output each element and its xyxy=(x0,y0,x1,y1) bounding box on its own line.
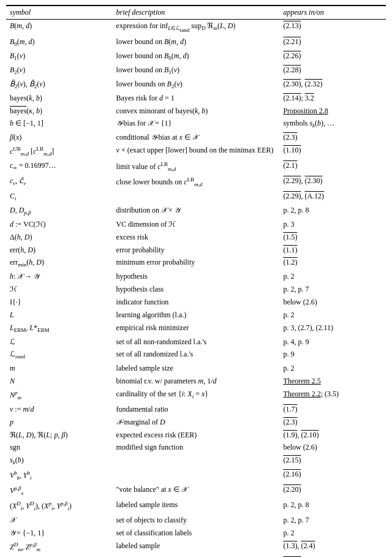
table-row: Ci(2.29), (A.12) xyxy=(6,190,386,204)
table-row: ν := m/dfundamental ratio(1.7) xyxy=(6,403,386,416)
symbol-cell: h: 𝒳 → 𝒴 xyxy=(6,270,113,283)
description-cell: fundamental ratio xyxy=(113,403,280,416)
table-row: (XDi, YDi), (Xpi, Yp,βi)labeled sample i… xyxy=(6,499,386,514)
description-cell: indicator function xyxy=(113,296,280,309)
description-cell: set of all randomized l.a.'s xyxy=(113,348,280,362)
description-cell: convex minorant of bayes(k, b) xyxy=(113,105,280,118)
header-symbol: symbol xyxy=(6,6,113,20)
table-row: B̃2(ν), B̂2(ν)lower bounds on B2(ν)(2.30… xyxy=(6,78,386,92)
appears-cell: (2.27) xyxy=(279,555,386,558)
description-cell: labeled sample size xyxy=(113,362,280,375)
description-cell: set of classification labels xyxy=(113,527,280,540)
symbol-cell: p xyxy=(6,416,113,429)
appears-cell: (2.1) xyxy=(279,159,386,175)
description-cell: 𝒴-bias for 𝒳 = {1} xyxy=(113,117,280,131)
description-cell: lower bound on B0(m, d) xyxy=(113,50,280,64)
appears-cell: (1.3), (2.4) xyxy=(279,540,386,555)
symbol-cell: B0(m, d) xyxy=(6,36,113,50)
symbol-cell: Vp,βx xyxy=(6,483,113,499)
symbol-cell: d := VC(ℋ) xyxy=(6,218,113,231)
symbol-cell: Ci xyxy=(6,190,113,204)
table-row: c∞ = 0.16997…limit value of cLBm,d(2.1) xyxy=(6,159,386,175)
description-cell: excess risk xyxy=(113,231,280,244)
description-cell: hypothesis xyxy=(113,270,280,283)
appears-cell: (2.20) xyxy=(279,483,386,499)
table-row: errmin(h, D)minimum error probability(1.… xyxy=(6,256,386,270)
header-appears: appears in/on xyxy=(279,6,386,20)
table-header-row: symbol brief description appears in/on xyxy=(6,6,386,20)
symbol-cell: β(x) xyxy=(6,131,113,144)
table-row: ZDm, Zp,βmlabeled sample(1.3), (2.4) xyxy=(6,540,386,555)
description-cell: cardinality of the set {i: Xi = x} xyxy=(113,388,280,403)
appears-cell: p. 2 xyxy=(279,362,386,375)
appears-cell: p. 2, p. 8 xyxy=(279,204,386,218)
symbol-cell: bayes(κ, b) xyxy=(6,105,113,118)
symbol-cell: b ∈ [−1, 1] xyxy=(6,117,113,131)
description-cell: Bayes risk for d = 1 xyxy=(113,92,280,105)
symbol-cell: L xyxy=(6,309,113,322)
symbol-cell: D, Dp,β xyxy=(6,204,113,218)
symbol-cell: cUBm,d [cLBm,d] xyxy=(6,144,113,159)
table-row: d := VC(ℋ)VC dimension of ℋp. 3 xyxy=(6,218,386,231)
table-row: mlabeled sample sizep. 2 xyxy=(6,362,386,375)
table-row: B1(ν)lower bound on B0(m, d)(2.26) xyxy=(6,50,386,64)
table-row: D, Dp,βdistribution on 𝒳 × 𝒴p. 2, p. 8 xyxy=(6,204,386,218)
symbol-cell: ZDm, Zp,βm xyxy=(6,540,113,555)
description-cell xyxy=(113,190,280,204)
table-row: β(x)conditional 𝒴-bias at x ∈ 𝒳(2.3) xyxy=(6,131,386,144)
description-cell: set of all non-randomized l.a.'s xyxy=(113,336,280,349)
symbol-cell: Npm xyxy=(6,388,113,403)
symbol-cell: ν := m/d xyxy=(6,403,113,416)
table-row: z* = 0.75179…maximizer of z/2 (1 − erf(z… xyxy=(6,555,386,558)
symbol-cell: ℒrand xyxy=(6,348,113,362)
table-row: Vp,βx"vote balance" at x ∈ 𝒳(2.20) xyxy=(6,483,386,499)
header-description: brief description xyxy=(113,6,280,20)
description-cell: ν × (exact upper [lower] bound on the mi… xyxy=(113,144,280,159)
appears-cell: (2.15) xyxy=(279,454,386,468)
appears-cell: (2.3) xyxy=(279,416,386,429)
appears-cell: (2.21) xyxy=(279,36,386,50)
description-cell: error probability xyxy=(113,244,280,257)
description-cell: learning algorithm (l.a.) xyxy=(113,309,280,322)
appears-cell: p. 4, p. 9 xyxy=(279,336,386,349)
table-row: sgnmodified sign functionbelow (2.6) xyxy=(6,441,386,454)
appears-cell: (2.3) xyxy=(279,131,386,144)
appears-cell: (2.30), (2.32) xyxy=(279,78,386,92)
table-row: bayes(κ, b)convex minorant of bayes(k, b… xyxy=(6,105,386,118)
symbol-cell: errmin(h, D) xyxy=(6,256,113,270)
description-cell: lower bound on B1(ν) xyxy=(113,64,280,78)
symbol-cell: z* = 0.75179… xyxy=(6,555,113,558)
description-cell: binomial r.v. w/ parameters m, 1/d xyxy=(113,375,280,388)
table-row: Llearning algorithm (l.a.)p. 2 xyxy=(6,309,386,322)
appears-cell: (2.26) xyxy=(279,50,386,64)
table-row: LERM, L*ERMempirical risk minimizerp. 3,… xyxy=(6,322,386,336)
table-row: Δ(h, D)excess risk(1.5) xyxy=(6,231,386,244)
symbol-cell: (XDi, YDi), (Xpi, Yp,βi) xyxy=(6,499,113,514)
description-cell: minimum error probability xyxy=(113,256,280,270)
table-row: b ∈ [−1, 1]𝒴-bias for 𝒳 = {1}symbols sk(… xyxy=(6,117,386,131)
appears-cell: below (2.6) xyxy=(279,441,386,454)
symbol-cell: B(m, d) xyxy=(6,20,113,36)
description-cell xyxy=(113,468,280,483)
appears-cell: Theorem 2.2; (3.5) xyxy=(279,388,386,403)
symbol-cell: 𝒳 xyxy=(6,514,113,527)
appears-cell: p. 3, (2.7), (2.11) xyxy=(279,322,386,336)
table-row: I{·}indicator functionbelow (2.6) xyxy=(6,296,386,309)
table-row: B2(ν)lower bound on B1(ν)(2.28) xyxy=(6,64,386,78)
table-row: cν, c̃νclose lower bounds on cLBm,d(2.29… xyxy=(6,175,386,190)
appears-cell: (1.5) xyxy=(279,231,386,244)
appears-cell: Proposition 2.8 xyxy=(279,105,386,118)
appears-cell: (2.29), (A.12) xyxy=(279,190,386,204)
appears-cell: (1.9), (2.10) xyxy=(279,429,386,442)
table-row: h: 𝒳 → 𝒴hypothesisp. 2 xyxy=(6,270,386,283)
appears-cell: p. 2 xyxy=(279,527,386,540)
table-row: sk(b)(2.15) xyxy=(6,454,386,468)
appears-cell: p. 2, p. 7 xyxy=(279,514,386,527)
table-row: err(h, D)error probability(1.1) xyxy=(6,244,386,257)
description-cell: lower bound on B(m, d) xyxy=(113,36,280,50)
description-cell: conditional 𝒴-bias at x ∈ 𝒳 xyxy=(113,131,280,144)
symbol-cell: I{·} xyxy=(6,296,113,309)
appears-cell: p. 9 xyxy=(279,348,386,362)
table-row: Nbinomial r.v. w/ parameters m, 1/dTheor… xyxy=(6,375,386,388)
appears-cell: (1.1) xyxy=(279,244,386,257)
